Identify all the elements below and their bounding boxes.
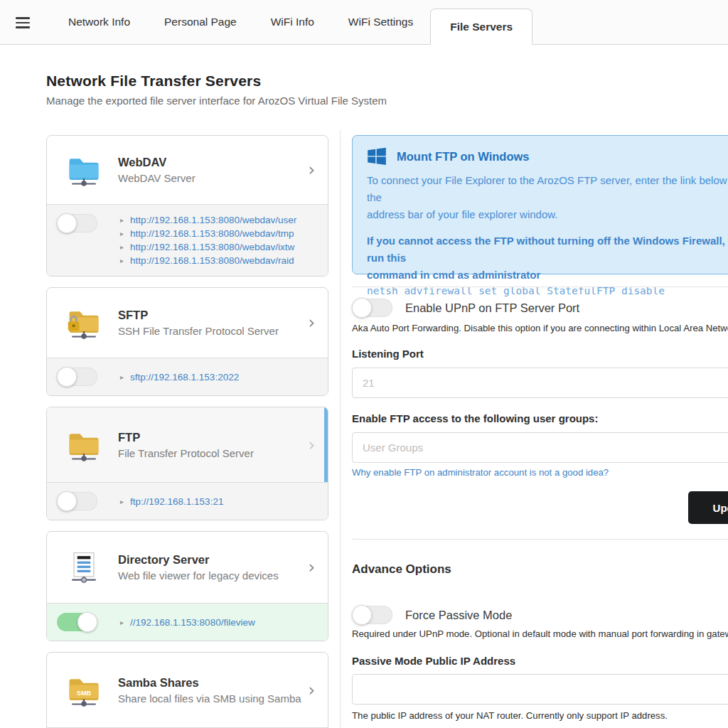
server-url-link[interactable]: http://192.168.1.153:8080/webdav/ixtw [130, 242, 294, 253]
server-url-link[interactable]: http://192.168.1.153:8080/webdav/raid [130, 255, 294, 267]
passive-ip-note: The public IP address of your NAT router… [352, 710, 668, 721]
folder-network-blue-icon [65, 151, 102, 188]
folder-network-yellow-icon [65, 427, 102, 464]
user-groups-label: Enable FTP access to the following user … [352, 412, 598, 424]
server-card-header[interactable]: Directory Server Web file viewer for leg… [47, 532, 328, 603]
tab-label: WiFi Info [271, 16, 314, 28]
force-passive-toggle[interactable] [352, 606, 392, 624]
user-groups-input[interactable] [352, 432, 728, 463]
server-name: Samba Shares [118, 676, 302, 690]
server-card-footer: ▸ sftp://192.168.1.153:2022 [47, 358, 328, 395]
listening-port-label: Listening Port [352, 348, 424, 360]
toggle-knob [352, 605, 372, 625]
infobox-paragraph-2: If you cannot access the FTP without tur… [367, 232, 728, 284]
server-name: SFTP [118, 309, 302, 322]
server-enable-toggle[interactable] [57, 368, 97, 386]
server-link-row: ▸ http://192.168.1.153:8080/webdav/raid [120, 255, 296, 267]
chevron-right-icon[interactable]: › [302, 314, 315, 331]
toggle-knob [57, 491, 77, 511]
vertical-divider [340, 130, 341, 728]
server-link-row: ▸ sftp://192.168.1.153:2022 [120, 372, 239, 383]
section-divider [352, 287, 728, 287]
hamburger-menu-icon[interactable] [16, 17, 30, 28]
chevron-right-icon[interactable]: › [302, 437, 315, 454]
top-navigation-bar: Network Info Personal Page WiFi Info WiF… [0, 0, 728, 45]
upnp-toggle-row: Enable UPnP on FTP Server Port [352, 299, 579, 317]
infobox-title: Mount FTP on Windows [397, 150, 530, 164]
tab-strip: Network Info Personal Page WiFi Info WiF… [51, 0, 532, 44]
caret-right-icon: ▸ [120, 215, 124, 226]
server-url-link[interactable]: //192.168.1.153:8080/fileview [130, 617, 255, 628]
page-header: Network File Transfer Servers Manage the… [46, 73, 387, 107]
server-card-header[interactable]: SFTP SSH File Transfer Protocol Server › [47, 288, 328, 358]
update-button[interactable]: Update [688, 491, 728, 524]
server-card-directory-server: Directory Server Web file viewer for leg… [46, 531, 328, 641]
server-enable-toggle[interactable] [57, 214, 97, 232]
tab-label: Network Info [68, 16, 130, 28]
tab-personal-page[interactable]: Personal Page [147, 0, 254, 44]
caret-right-icon: ▸ [120, 255, 124, 267]
server-link-row: ▸ //192.168.1.153:8080/fileview [120, 617, 255, 628]
caret-right-icon: ▸ [120, 496, 124, 508]
toggle-knob [57, 367, 77, 387]
server-link-row: ▸ http://192.168.1.153:8080/webdav/ixtw [120, 242, 296, 253]
server-link-row: ▸ http://192.168.1.153:8080/webdav/tmp [120, 228, 296, 240]
server-description: WebDAV Server [118, 172, 302, 184]
server-card-header[interactable]: SMB Samba Shares Share local files via S… [47, 653, 328, 727]
server-url-link[interactable]: http://192.168.1.153:8080/webdav/tmp [130, 228, 294, 240]
tab-label: File Servers [450, 21, 513, 33]
server-card-webdav: WebDAV WebDAV Server › ▸ http://192.168.… [46, 135, 328, 277]
server-link-list: ▸ ftp://192.168.1.153:21 [120, 496, 223, 508]
chevron-right-icon[interactable]: › [302, 161, 315, 178]
advance-options-title: Advance Options [352, 562, 451, 577]
server-card-header[interactable]: FTP File Transfer Protocol Server › [47, 407, 328, 482]
server-card-footer: ▸ ftp://192.168.1.153:21 [47, 482, 328, 520]
server-card-ftp: FTP File Transfer Protocol Server › ▸ ft… [46, 407, 328, 520]
force-passive-note: Required under UPnP mode. Optional in de… [352, 628, 728, 639]
tab-file-servers[interactable]: File Servers [430, 9, 532, 45]
mount-ftp-infobox: Mount FTP on Windows To connect your Fil… [352, 135, 728, 274]
server-name: Directory Server [118, 553, 302, 567]
folder-lock-icon [65, 304, 102, 341]
caret-right-icon: ▸ [120, 372, 124, 383]
server-name: WebDAV [118, 156, 302, 169]
server-card-footer: ▸ //192.168.1.153:8080/fileview [47, 603, 328, 641]
caret-right-icon: ▸ [120, 242, 124, 253]
upnp-note: Aka Auto Port Forwarding. Disable this o… [352, 323, 728, 333]
server-card-samba-shares: SMB Samba Shares Share local files via S… [46, 652, 328, 728]
upnp-toggle-label: Enable UPnP on FTP Server Port [405, 301, 579, 315]
force-passive-label: Force Passive Mode [405, 609, 512, 622]
passive-ip-input[interactable] [352, 674, 728, 705]
server-description: File Transfer Protocol Server [118, 447, 302, 459]
admin-warning-link[interactable]: Why enable FTP on administrator account … [352, 467, 609, 478]
server-link-list: ▸ sftp://192.168.1.153:2022 [120, 371, 239, 383]
server-link-list: ▸ http://192.168.1.153:8080/webdav/user … [120, 214, 296, 267]
chevron-right-icon[interactable]: › [302, 682, 315, 699]
folder-smb-icon: SMB [65, 672, 102, 709]
server-card-header[interactable]: WebDAV WebDAV Server › [47, 136, 328, 204]
caret-right-icon: ▸ [120, 228, 124, 240]
server-name: FTP [118, 431, 302, 444]
tab-network-info[interactable]: Network Info [51, 0, 147, 44]
passive-ip-label: Passive Mode Public IP Address [352, 655, 515, 667]
toggle-knob [57, 213, 77, 233]
selected-accent-bar [324, 407, 328, 482]
server-description: Share local files via SMB using Samba [118, 692, 302, 705]
server-enable-toggle[interactable] [57, 492, 97, 510]
svg-text:SMB: SMB [77, 690, 92, 697]
server-url-link[interactable]: http://192.168.1.153:8080/webdav/user [130, 215, 296, 226]
section-divider [352, 539, 728, 540]
listening-port-input[interactable] [352, 368, 728, 398]
page-subtitle: Manage the exported file server interfac… [46, 95, 387, 107]
chevron-right-icon[interactable]: › [302, 559, 315, 576]
server-url-link[interactable]: ftp://192.168.1.153:21 [130, 496, 223, 508]
server-list: WebDAV WebDAV Server › ▸ http://192.168.… [46, 135, 328, 728]
document-network-icon [65, 549, 102, 586]
caret-right-icon: ▸ [120, 617, 124, 628]
server-url-link[interactable]: sftp://192.168.1.153:2022 [130, 372, 239, 383]
server-enable-toggle[interactable] [57, 613, 97, 631]
windows-logo-icon [367, 146, 387, 166]
upnp-toggle[interactable] [352, 299, 392, 317]
tab-wifi-info[interactable]: WiFi Info [254, 0, 331, 44]
tab-wifi-settings[interactable]: WiFi Settings [331, 0, 430, 44]
